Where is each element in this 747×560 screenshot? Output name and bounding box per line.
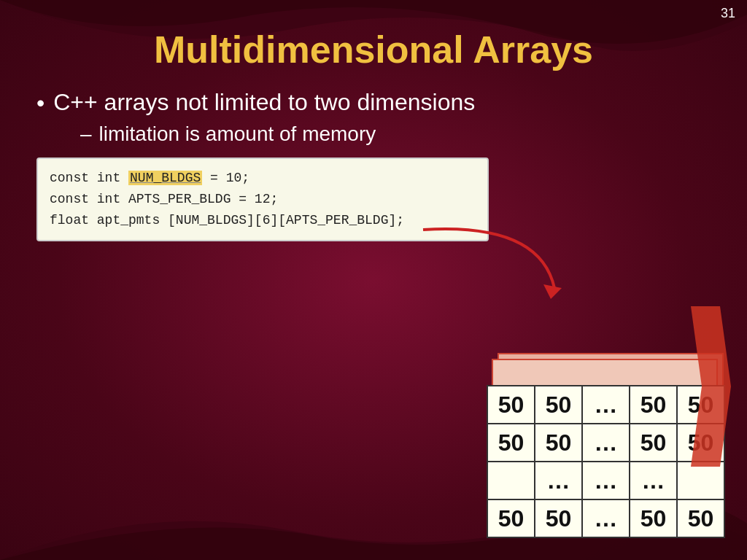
cell-0-3: 50 <box>630 386 677 424</box>
code-highlight-num-bldgs: NUM_BLDGS <box>128 171 202 185</box>
grid-row-3: 50 50 … 50 50 <box>487 499 724 537</box>
cell-0-1: 50 <box>535 386 582 424</box>
slide-number: 31 <box>721 6 735 21</box>
cell-2-4 <box>677 462 724 499</box>
sub-bullet-1: – limitation is amount of memory <box>80 122 711 146</box>
bullet-item-1: • C++ arrays not limited to two dimensio… <box>36 89 711 117</box>
cell-0-2: … <box>582 386 630 424</box>
cell-3-1: 50 <box>535 499 582 537</box>
grid-row-0: 50 50 … 50 50 <box>487 386 724 424</box>
code-line1-suffix: = 10; <box>202 171 249 185</box>
slide-title: Multidimensional Arrays <box>36 28 711 71</box>
cell-1-4: 50 <box>677 424 724 462</box>
cell-3-0: 50 <box>487 499 535 537</box>
array-grid: 50 50 … 50 50 50 50 … 50 50 … … … 50 50 … <box>487 385 725 538</box>
cell-2-3: … <box>630 462 677 499</box>
bullet-text-1: C++ arrays not limited to two dimensions <box>53 89 475 116</box>
bullet-dot: • <box>36 89 44 117</box>
cell-0-0: 50 <box>487 386 535 424</box>
cell-3-3: 50 <box>630 499 677 537</box>
code-line1-prefix: const int <box>50 171 128 185</box>
cell-2-0 <box>487 462 535 499</box>
code-block: const int NUM_BLDGS = 10; const int APTS… <box>36 158 489 241</box>
grid-row-2: … … … <box>487 462 724 499</box>
cell-1-1: 50 <box>535 424 582 462</box>
code-line-3: float apt_pmts [NUM_BLDGS][6][APTS_PER_B… <box>50 210 476 231</box>
cell-2-2: … <box>582 462 630 499</box>
sub-bullet-dash: – <box>80 122 92 146</box>
cell-0-4: 50 <box>677 386 724 424</box>
grid-container: 50 50 … 50 50 50 50 … 50 50 … … … 50 50 … <box>487 385 725 538</box>
cell-1-0: 50 <box>487 424 535 462</box>
cell-1-2: … <box>582 424 630 462</box>
cell-3-2: … <box>582 499 630 537</box>
cell-2-1: … <box>535 462 582 499</box>
grid-row-1: 50 50 … 50 50 <box>487 424 724 462</box>
sub-bullet-text: limitation is amount of memory <box>99 122 376 146</box>
code-line-1: const int NUM_BLDGS = 10; <box>50 168 476 189</box>
cell-1-3: 50 <box>630 424 677 462</box>
code-line-2: const int APTS_PER_BLDG = 12; <box>50 189 476 210</box>
cell-3-4: 50 <box>677 499 724 537</box>
